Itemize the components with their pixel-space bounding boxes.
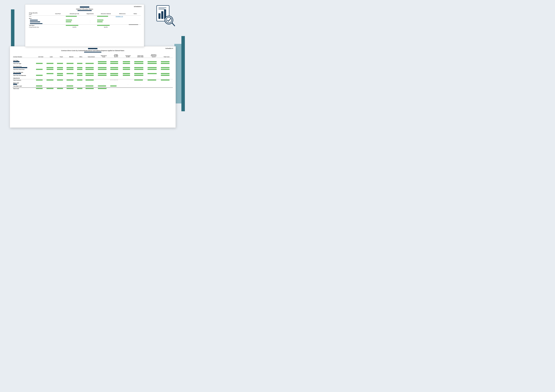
sh-tam-header: Time And Materials: [13, 71, 173, 73]
se-title: Claimed Allocation Bases: [28, 8, 141, 10]
sh-tffp-labor-bar: [46, 69, 53, 70]
th-total-direct-costs: Total DirectCosts: [97, 54, 110, 58]
report-icon: [155, 5, 175, 27]
se-total-base-cl: [96, 25, 115, 27]
sh-cost-type-fill: [36, 59, 173, 61]
sh-gt-tdc-bar: [98, 88, 107, 89]
se-base-r3-ref: [115, 23, 130, 25]
sh-ct-dark-labor: [46, 61, 57, 63]
se-base-r2-gl-bar: [66, 21, 71, 22]
se-total-base-label: Total Base: [28, 25, 51, 27]
schedule-c-link[interactable]: Schedule C (1): [116, 16, 123, 17]
sh-ct-dark-ga: [147, 61, 161, 63]
sh-tc-tcbg: [134, 79, 147, 81]
bg-bar-left: [11, 9, 15, 50]
sh-tffp-tc-bar: [161, 69, 169, 70]
svg-line-8: [172, 23, 175, 26]
th-labor: Labor: [46, 54, 57, 58]
sh-tct-ga: [147, 63, 161, 64]
sh-grand-total-row: Total Costs: [13, 88, 173, 89]
se-fringe-rate-n: [130, 26, 141, 28]
sh-tffp-jo-bar: [36, 69, 43, 70]
sh-tct-odcs-bar: [77, 63, 82, 64]
se-title-bar: [28, 10, 141, 11]
sh-ffp-fill: [36, 65, 173, 67]
sh-adj-mat: -: [66, 77, 77, 79]
schedule-e-label: Schedule E: [134, 6, 141, 7]
se-pool-adj: [84, 15, 96, 17]
se-top-bar-rect: [80, 7, 89, 8]
sh-ct-dark-sub: [85, 61, 97, 63]
sh-tct-jo: [36, 63, 46, 64]
sh-ct-dark-contract: [13, 61, 36, 63]
sh-adj-tdc: -: [97, 77, 110, 79]
sh-ffp-dark-odcs: [77, 67, 85, 69]
se-base-r1-dark: [30, 20, 38, 21]
se-base-r1-cl-bar: [97, 20, 103, 21]
sh-tam-dark-ga: [147, 73, 161, 75]
sh-tffp-jo: [36, 69, 46, 70]
sh-tct-sub: [85, 63, 97, 64]
sh-tffp-tcbg-bar: [134, 69, 143, 70]
sh-ct-dark-tcbg-bar: [134, 61, 143, 62]
sh-tffp-tc: [161, 69, 173, 70]
sh-tc-jo-bar: [36, 80, 43, 81]
sh-tct-tdc-bar: [98, 63, 107, 64]
sh-tffp-sub-bar: [86, 69, 94, 70]
sh-ird-jo: -: [36, 83, 46, 85]
se-top-bar: [28, 7, 141, 8]
sh-ttam-tdc: [97, 75, 110, 76]
sh-tam-dark-bar: [13, 73, 21, 74]
se-pool-gl: [65, 15, 84, 17]
se-base-cl1: [96, 17, 115, 19]
sh-gt-mat-bar: [66, 88, 73, 89]
sh-ttam-ov-bar: [123, 75, 130, 76]
sh-tct-fb-bar: [110, 63, 118, 64]
sh-tct-ov-bar: [123, 63, 130, 64]
sh-gt-tcbg: [134, 88, 147, 89]
sh-top-bar-rect: [88, 48, 97, 49]
se-base-row-3: [28, 23, 141, 25]
se-base-label: Base: [28, 17, 51, 19]
sh-ct-dark-tdc-bar: [98, 61, 107, 62]
sh-ct-dark-fb: [110, 61, 122, 63]
sh-tct-tc: [161, 63, 173, 64]
sh-ttam-fb: [110, 75, 122, 76]
sh-tc-ga: [147, 79, 161, 81]
sh-tc-sub: [85, 79, 97, 81]
sh-tct-mat: [66, 63, 77, 64]
th-amounts-claimed: Amounts Claimed: [96, 12, 115, 15]
th-contract-number: Contract Number: [13, 54, 36, 58]
th-overhead: Overhead24.36%: [122, 54, 134, 58]
sh-ttam-sub-bar: [86, 75, 94, 76]
sh-tffp-ga: [147, 69, 161, 70]
sh-ffp-dark-row: [13, 67, 173, 69]
sh-adj-travel: -: [57, 77, 66, 79]
sh-adj-labor: -: [46, 77, 57, 79]
sh-tam-dark-mat: [66, 73, 77, 75]
sh-tam-dark-sub-bar: [86, 73, 94, 74]
sh-tam-dark-tc-bar: [161, 73, 169, 74]
sh-tct-travel: [57, 63, 66, 64]
se-total-base-ref: [115, 25, 130, 27]
sh-ffp-dark-travel: [57, 67, 66, 69]
sh-ttam-labor: -: [46, 75, 57, 76]
sh-tc-fb: [110, 79, 122, 81]
sh-tffp-odcs-bar: [77, 69, 82, 70]
svg-rect-1: [159, 13, 161, 19]
sh-ct-dark-material: [66, 61, 77, 63]
sh-ird-labor: -: [46, 83, 57, 85]
sh-tc-ga-bar: [147, 80, 156, 81]
sh-tird-ov: [122, 85, 134, 87]
sh-ffp-dark-ga: [147, 67, 161, 69]
sh-tam-dark-tdc: [97, 73, 110, 75]
sh-tct-fb: [110, 63, 122, 64]
sh-tam-dark-labor: [46, 73, 57, 75]
th-general-admin: General &Admin Exp.13.21%: [147, 54, 161, 58]
sh-ct-dark-odcs: [77, 61, 85, 63]
sh-ffp-dark-sub-bar: [86, 67, 94, 68]
sh-tffp-travel-bar: [57, 69, 63, 70]
se-fringe-rate-cl: 31.37%: [96, 26, 115, 28]
sh-gt-odcs-bar: [77, 88, 82, 89]
se-base-row-1: -: [28, 19, 141, 21]
